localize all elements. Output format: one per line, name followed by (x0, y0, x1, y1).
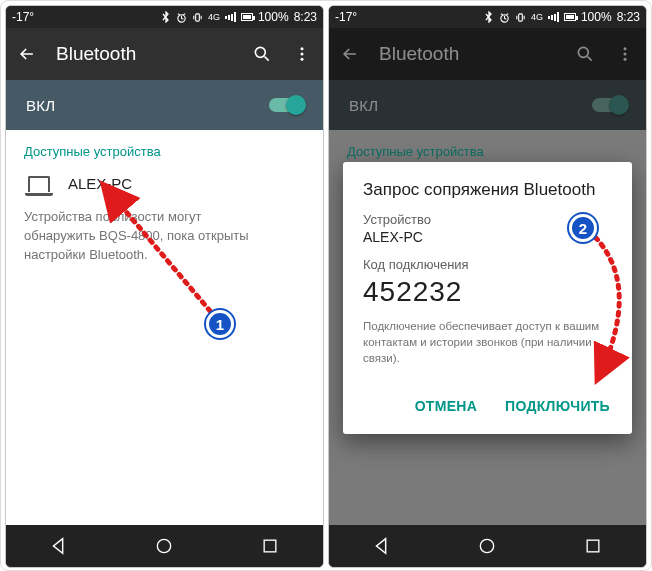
alarm-icon (499, 12, 510, 23)
back-icon[interactable] (16, 43, 38, 65)
svg-rect-1 (196, 13, 200, 20)
svg-rect-9 (264, 540, 276, 552)
battery-icon (241, 13, 253, 21)
svg-point-17 (481, 539, 494, 552)
svg-point-2 (255, 47, 265, 57)
section-available-devices: Доступные устройства (347, 144, 628, 159)
battery-pct: 100% (258, 10, 289, 24)
svg-point-15 (624, 58, 627, 61)
device-row[interactable]: ALEX-PC (24, 159, 305, 208)
nav-bar (329, 525, 646, 567)
nav-home-icon[interactable] (474, 533, 500, 559)
status-bar: -17° 4G 100% 8:23 (329, 6, 646, 28)
svg-point-5 (301, 58, 304, 61)
svg-point-13 (624, 47, 627, 50)
app-bar: Bluetooth (329, 28, 646, 80)
bluetooth-icon (161, 11, 171, 23)
nav-recent-icon[interactable] (580, 533, 606, 559)
annotation-badge-1: 1 (206, 310, 234, 338)
status-temp: -17° (12, 10, 34, 24)
toggle-switch[interactable] (592, 98, 626, 112)
toggle-label: ВКЛ (26, 97, 269, 114)
cancel-button[interactable]: ОТМЕНА (413, 392, 479, 420)
nav-recent-icon[interactable] (257, 533, 283, 559)
toggle-switch[interactable] (269, 98, 303, 112)
status-time: 8:23 (294, 10, 317, 24)
dialog-code-label: Код подключения (363, 257, 612, 272)
vibrate-icon (192, 12, 203, 23)
pairing-dialog: Запрос сопряжения Bluetooth Устройство A… (343, 162, 632, 434)
signal-icon (548, 12, 559, 22)
svg-point-14 (624, 53, 627, 56)
discovery-helper-text: Устройства поблизости могут обнаружить B… (24, 208, 305, 265)
annotation-badge-2: 2 (569, 214, 597, 242)
svg-rect-11 (519, 13, 523, 20)
dialog-title: Запрос сопряжения Bluetooth (363, 180, 612, 200)
laptop-icon (28, 176, 50, 192)
svg-rect-18 (587, 540, 599, 552)
status-temp: -17° (335, 10, 357, 24)
dialog-help-text: Подключение обеспечивает доступ к вашим … (363, 318, 612, 366)
nav-back-icon[interactable] (369, 533, 395, 559)
toggle-label: ВКЛ (349, 97, 592, 114)
nav-back-icon[interactable] (46, 533, 72, 559)
content-area: Доступные устройства ALEX-PC Устройства … (6, 130, 323, 525)
pair-button[interactable]: ПОДКЛЮЧИТЬ (503, 392, 612, 420)
overflow-icon[interactable] (291, 43, 313, 65)
page-title: Bluetooth (56, 43, 233, 65)
phone-left: -17° 4G 100% 8:23 Bluetooth (5, 5, 324, 568)
search-icon[interactable] (251, 43, 273, 65)
vibrate-icon (515, 12, 526, 23)
status-bar: -17° 4G 100% 8:23 (6, 6, 323, 28)
search-icon[interactable] (574, 43, 596, 65)
svg-point-8 (158, 539, 171, 552)
signal-icon (225, 12, 236, 22)
network-type: 4G (531, 12, 543, 22)
page-title: Bluetooth (379, 43, 556, 65)
battery-icon (564, 13, 576, 21)
status-time: 8:23 (617, 10, 640, 24)
bluetooth-icon (484, 11, 494, 23)
nav-bar (6, 525, 323, 567)
device-name: ALEX-PC (68, 175, 132, 192)
svg-point-4 (301, 53, 304, 56)
bluetooth-toggle-row[interactable]: ВКЛ (329, 80, 646, 130)
overflow-icon[interactable] (614, 43, 636, 65)
dialog-actions: ОТМЕНА ПОДКЛЮЧИТЬ (363, 386, 612, 426)
alarm-icon (176, 12, 187, 23)
dialog-code: 452232 (363, 276, 612, 308)
svg-point-3 (301, 47, 304, 50)
bluetooth-toggle-row[interactable]: ВКЛ (6, 80, 323, 130)
svg-point-12 (578, 47, 588, 57)
section-available-devices: Доступные устройства (24, 144, 305, 159)
back-icon[interactable] (339, 43, 361, 65)
phone-right: -17° 4G 100% 8:23 Bluetooth ВКЛ Доступны… (328, 5, 647, 568)
nav-home-icon[interactable] (151, 533, 177, 559)
app-bar: Bluetooth (6, 28, 323, 80)
battery-pct: 100% (581, 10, 612, 24)
network-type: 4G (208, 12, 220, 22)
